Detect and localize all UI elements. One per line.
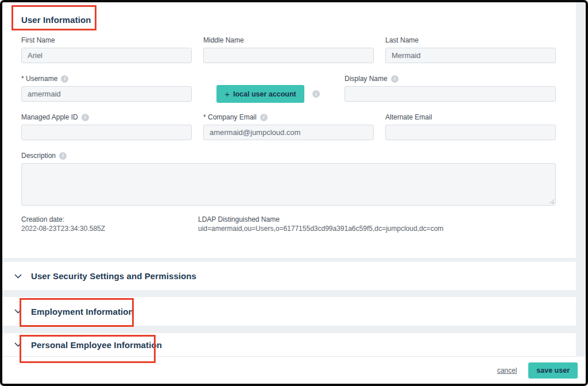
managed-apple-id-info-icon[interactable]: i (82, 114, 89, 121)
creation-date-group: Creation date: 2022-08-23T23:34:30.585Z (21, 215, 198, 233)
company-email-label-wrap: * Company Email i (203, 113, 374, 121)
chevron-down-icon[interactable] (14, 274, 22, 279)
metadata-row: Creation date: 2022-08-23T23:34:30.585Z … (21, 215, 556, 233)
username-input[interactable] (21, 86, 192, 102)
section-user-security-title: User Security Settings and Permissions (31, 271, 196, 281)
username-row: * Username i + local user account i Disp… (21, 75, 556, 102)
chevron-down-icon[interactable] (14, 342, 22, 347)
company-email-input[interactable] (203, 125, 374, 140)
creation-date-value: 2022-08-23T23:34:30.585Z (21, 224, 198, 233)
display-name-input[interactable] (345, 86, 556, 102)
user-information-title: User Information (21, 15, 556, 25)
managed-apple-id-input[interactable] (21, 125, 192, 140)
middle-name-input[interactable] (203, 48, 374, 63)
description-label: Description (21, 152, 56, 160)
alternate-email-label: Alternate Email (385, 113, 556, 121)
description-textarea-wrap (21, 163, 556, 206)
section-personal-employee-information[interactable]: Personal Employee Information (2, 333, 576, 357)
local-account-info-icon[interactable]: i (312, 90, 320, 98)
username-field-group: * Username i (21, 75, 192, 102)
description-field-group: Description i (21, 152, 556, 206)
user-edit-screen: User Information First Name Middle Name … (0, 0, 588, 386)
ldap-dn-label: LDAP Distinguished Name (198, 215, 443, 224)
description-textarea[interactable] (21, 163, 556, 206)
middle-name-field-group: Middle Name (203, 36, 374, 63)
first-name-label: First Name (21, 36, 192, 44)
first-name-field-group: First Name (21, 36, 192, 63)
local-account-button-area: + local user account i (203, 85, 333, 103)
first-name-input[interactable] (21, 48, 192, 63)
chevron-down-icon[interactable] (14, 309, 22, 314)
company-email-info-icon[interactable]: i (260, 114, 268, 121)
description-info-icon[interactable]: i (59, 152, 67, 160)
display-name-label: Display Name (345, 75, 388, 83)
company-email-field-group: * Company Email i (203, 113, 374, 140)
description-label-wrap: Description i (21, 152, 556, 160)
ldap-dn-group: LDAP Distinguished Name uid=amermaid,ou=… (198, 215, 443, 233)
alternate-email-input[interactable] (385, 125, 556, 140)
display-name-label-wrap: Display Name i (345, 75, 556, 83)
last-name-input[interactable] (385, 48, 556, 63)
add-local-user-account-button[interactable]: + local user account (216, 85, 304, 103)
creation-date-label: Creation date: (21, 215, 198, 224)
section-employment-title: Employment Information (31, 307, 134, 316)
description-row: Description i (21, 152, 556, 206)
section-employment-information[interactable]: Employment Information (2, 297, 576, 326)
user-information-card: User Information First Name Middle Name … (2, 2, 576, 258)
ldap-dn-value: uid=amermaid,ou=Users,o=6177155d3cd99a39… (198, 224, 443, 233)
plus-icon: + (225, 90, 230, 98)
add-local-user-account-label: local user account (233, 90, 296, 98)
cancel-link[interactable]: cancel (497, 366, 517, 375)
section-personal-employee-title: Personal Employee Information (31, 340, 162, 350)
last-name-label: Last Name (385, 36, 556, 44)
username-label-wrap: * Username i (21, 75, 192, 83)
managed-apple-id-label: Managed Apple ID (21, 113, 78, 121)
username-info-icon[interactable]: i (61, 75, 68, 83)
display-name-field-group: Display Name i (345, 75, 556, 102)
middle-name-label: Middle Name (203, 36, 374, 44)
alternate-email-field-group: Alternate Email (385, 113, 556, 140)
save-user-button[interactable]: save user (528, 362, 578, 379)
last-name-field-group: Last Name (385, 36, 556, 63)
section-user-security-settings[interactable]: User Security Settings and Permissions (2, 262, 576, 290)
company-email-label: * Company Email (203, 113, 257, 121)
managed-apple-id-label-wrap: Managed Apple ID i (21, 113, 192, 121)
email-fields-row: Managed Apple ID i * Company Email i Alt… (21, 113, 556, 140)
username-label: * Username (21, 75, 57, 83)
managed-apple-id-field-group: Managed Apple ID i (21, 113, 192, 140)
display-name-info-icon[interactable]: i (391, 75, 399, 83)
footer-action-bar: cancel save user (2, 357, 586, 384)
name-fields-row: First Name Middle Name Last Name (21, 36, 556, 63)
